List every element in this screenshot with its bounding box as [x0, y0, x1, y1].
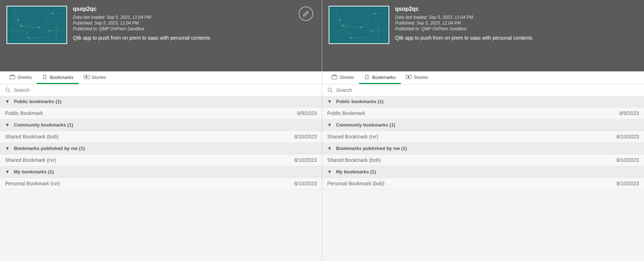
caret-down-icon: ▼ [327, 122, 332, 128]
tab-bookmarks[interactable]: Bookmarks [359, 71, 400, 84]
app-header: qsop2qc Data last loaded: Sep 5, 2023, 1… [0, 0, 322, 71]
app-description: Qlik app to push from on prem to saas wi… [73, 35, 315, 41]
section-my-header[interactable]: ▼ My bookmarks (1) [0, 166, 322, 178]
svg-point-18 [371, 30, 372, 31]
svg-marker-23 [408, 76, 410, 78]
bookmark-date: 8/10/2023 [617, 157, 639, 163]
section-community-header[interactable]: ▼ Community bookmarks (1) [0, 119, 322, 131]
search-icon [5, 87, 11, 93]
caret-down-icon: ▼ [5, 169, 10, 174]
app-info: qsop2qc Data last loaded: Sep 5, 2023, 1… [73, 6, 315, 66]
sheets-icon [9, 75, 15, 80]
tab-bookmarks-label: Bookmarks [372, 75, 395, 80]
pencil-icon [303, 10, 309, 17]
bookmark-item[interactable]: Shared Bookmark (bob)8/10/2023 [0, 131, 322, 143]
bookmark-item[interactable]: Shared Bookmark (bob)8/10/2023 [322, 154, 644, 166]
section-mine-header[interactable]: ▼ Bookmarks published by me (1) [0, 143, 322, 154]
bookmark-name: Public Bookmark [5, 110, 43, 116]
published-to-line: Published to: QMP OnPrem Sandbox [73, 26, 315, 32]
svg-point-6 [21, 25, 22, 26]
caret-down-icon: ▼ [327, 146, 332, 151]
svg-rect-7 [10, 76, 15, 79]
svg-point-19 [343, 25, 345, 26]
bookmark-icon [42, 75, 48, 80]
published-line: Published: Sep 5, 2023, 11:04 PM [395, 20, 638, 26]
tab-bookmarks[interactable]: Bookmarks [37, 71, 78, 84]
caret-down-icon: ▼ [327, 99, 332, 104]
section-mine-label: Bookmarks published by me (1) [14, 146, 85, 151]
sheets-icon [332, 75, 337, 80]
caret-down-icon: ▼ [5, 146, 10, 151]
section-community-label: Community bookmarks (1) [14, 122, 73, 128]
svg-point-16 [374, 13, 376, 14]
svg-rect-20 [332, 76, 337, 79]
svg-line-25 [331, 91, 333, 93]
bookmark-date: 8/9/2023 [619, 110, 639, 116]
svg-point-3 [52, 13, 53, 14]
panel-left: qsop2qc Data last loaded: Sep 5, 2023, 1… [0, 0, 322, 261]
bookmark-item[interactable]: Personal Bookmark (rvr)8/10/2023 [0, 178, 322, 190]
svg-rect-21 [333, 75, 337, 76]
bookmark-date: 8/10/2023 [294, 157, 317, 163]
tab-stories-label: Stories [92, 75, 106, 80]
bookmark-name: Shared Bookmark (rvr) [5, 157, 56, 163]
svg-point-1 [17, 20, 19, 21]
bookmark-name: Shared Bookmark (bob) [327, 157, 381, 163]
section-community-header[interactable]: ▼ Community bookmarks (1) [322, 119, 644, 131]
search-row [0, 84, 322, 96]
section-my-label: My bookmarks (1) [14, 169, 54, 174]
search-row [322, 84, 644, 96]
bookmark-name: Public Bookmark [327, 110, 365, 116]
bookmark-item[interactable]: Public Bookmark8/9/2023 [322, 107, 644, 119]
bookmark-date: 8/10/2023 [294, 181, 317, 186]
tab-sheets[interactable]: Sheets [4, 71, 37, 84]
section-public-header[interactable]: ▼ Public bookmarks (1) [0, 96, 322, 107]
tab-sheets[interactable]: Sheets [327, 71, 359, 84]
app-title: qsop2qc [395, 6, 638, 12]
tab-sheets-label: Sheets [17, 75, 32, 80]
edit-button[interactable] [299, 6, 313, 21]
bookmark-date: 8/10/2023 [617, 134, 639, 140]
bookmark-name: Shared Bookmark (rvr) [327, 134, 378, 140]
bookmark-item[interactable]: Public Bookmark8/9/2023 [0, 107, 322, 119]
bookmark-item[interactable]: Personal Bookmark (bob)8/10/2023 [322, 178, 644, 190]
svg-point-17 [350, 37, 351, 39]
section-my-header[interactable]: ▼ My bookmarks (1) [322, 166, 644, 178]
bookmark-date: 8/10/2023 [617, 181, 639, 186]
svg-point-24 [328, 88, 331, 91]
section-public-label: Public bookmarks (1) [336, 99, 384, 104]
app-description: Qlik app to push from on prem to saas wi… [395, 35, 638, 41]
bookmark-item[interactable]: Shared Bookmark (rvr)8/10/2023 [0, 154, 322, 166]
svg-point-5 [49, 30, 50, 31]
section-my-label: My bookmarks (1) [336, 169, 376, 174]
bookmark-icon [364, 75, 370, 80]
section-public-header[interactable]: ▼ Public bookmarks (1) [322, 96, 644, 107]
svg-line-12 [9, 91, 10, 93]
svg-rect-8 [10, 75, 14, 76]
search-icon [327, 87, 333, 93]
bookmark-date: 8/10/2023 [294, 134, 317, 140]
tab-stories[interactable]: Stories [401, 71, 433, 84]
caret-down-icon: ▼ [5, 122, 10, 128]
bookmark-item[interactable]: Shared Bookmark (rvr)8/10/2023 [322, 131, 644, 143]
data-loaded-line: Data last loaded: Sep 5, 2023, 11:04 PM [73, 14, 315, 20]
panel-right: qsop2qc Data last loaded: Sep 5, 2023, 1… [322, 0, 644, 261]
app-title: qsop2qc [73, 6, 315, 12]
published-line: Published: Sep 5, 2023, 11:04 PM [73, 20, 315, 26]
search-input[interactable] [336, 87, 639, 93]
tab-stories[interactable]: Stories [79, 71, 111, 84]
tab-sheets-label: Sheets [339, 75, 354, 80]
bookmark-name: Shared Bookmark (bob) [5, 134, 59, 140]
tab-bookmarks-label: Bookmarks [50, 75, 73, 80]
search-input[interactable] [14, 87, 317, 93]
bookmark-name: Personal Bookmark (rvr) [5, 181, 60, 186]
svg-point-4 [28, 37, 29, 39]
svg-marker-10 [86, 76, 88, 78]
caret-down-icon: ▼ [5, 99, 10, 104]
caret-down-icon: ▼ [327, 169, 332, 174]
stories-icon [84, 75, 89, 80]
section-mine-label: Bookmarks published by me (1) [336, 146, 407, 151]
app-thumbnail [6, 6, 67, 44]
section-public-label: Public bookmarks (1) [14, 99, 61, 104]
section-mine-header[interactable]: ▼ Bookmarks published by me (1) [322, 143, 644, 154]
